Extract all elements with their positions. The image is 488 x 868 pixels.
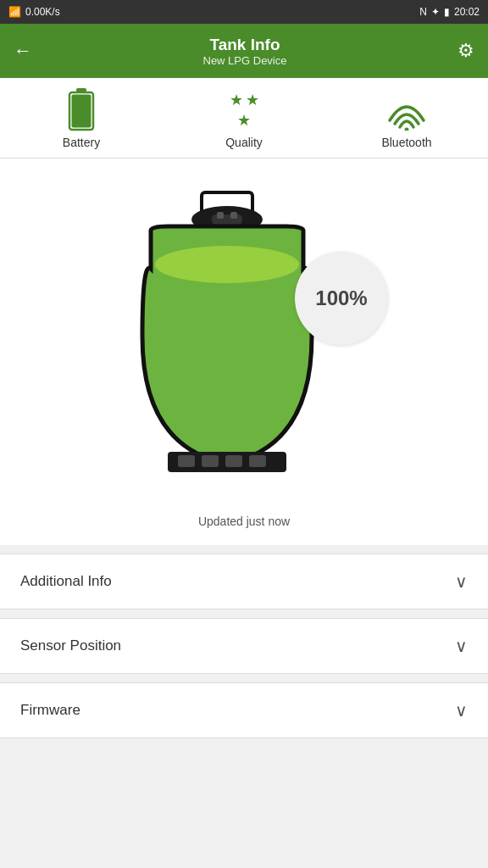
bluetooth-info: Bluetooth (356, 90, 458, 149)
star-2: ★ (246, 91, 259, 109)
additional-info-label: Additional Info (20, 573, 112, 590)
svg-rect-8 (230, 212, 237, 219)
star-1: ★ (230, 91, 243, 109)
battery-status-icon: ▮ (444, 6, 450, 18)
status-right: N ✦ ▮ 20:02 (419, 6, 480, 18)
info-row: Battery ★ ★ ★ Quality (0, 78, 488, 159)
accordion-firmware[interactable]: Firmware ∨ (0, 682, 488, 738)
svg-rect-12 (202, 455, 219, 467)
toolbar: ← Tank Info New LPG Device ⚙ (0, 24, 488, 78)
svg-rect-7 (217, 212, 224, 219)
tank-container: 100% (117, 184, 371, 506)
accordion-sensor-position[interactable]: Sensor Position ∨ (0, 618, 488, 674)
battery-label: Battery (63, 136, 100, 149)
percentage-bubble: 100% (295, 252, 388, 345)
battery-info: Battery (30, 90, 132, 149)
bluetooth-status-icon: ✦ (431, 6, 440, 18)
bluetooth-label: Bluetooth (381, 136, 431, 149)
page-title: Tank Info (203, 36, 287, 54)
chevron-down-icon-1: ∨ (455, 571, 468, 592)
svg-rect-2 (72, 95, 92, 128)
battery-icon-area (68, 90, 95, 131)
quality-icon-area: ★ ★ ★ (230, 90, 259, 131)
svg-rect-6 (212, 214, 242, 225)
battery-icon (68, 88, 95, 132)
svg-rect-11 (178, 455, 195, 467)
back-button[interactable]: ← (14, 40, 32, 62)
quality-stars: ★ ★ ★ (230, 91, 259, 130)
chevron-down-icon-2: ∨ (455, 636, 468, 656)
percentage-value: 100% (315, 287, 367, 310)
star-3: ★ (237, 111, 251, 130)
sensor-position-label: Sensor Position (20, 637, 121, 654)
quality-info: ★ ★ ★ Quality (193, 90, 295, 149)
bluetooth-signal-icon (385, 90, 429, 131)
accordion-additional-info[interactable]: Additional Info ∨ (0, 554, 488, 609)
tank-svg (117, 184, 337, 498)
status-left: 📶 0.00K/s (8, 6, 60, 18)
settings-button[interactable]: ⚙ (458, 40, 474, 62)
svg-rect-14 (249, 455, 266, 467)
sim-icon: 📶 (8, 6, 21, 18)
device-name: New LPG Device (203, 54, 287, 67)
status-bar: 📶 0.00K/s N ✦ ▮ 20:02 (0, 0, 488, 24)
network-speed: 0.00K/s (25, 6, 60, 18)
svg-rect-13 (225, 455, 242, 467)
nfc-icon: N (419, 6, 427, 18)
toolbar-title-block: Tank Info New LPG Device (203, 36, 287, 67)
chevron-down-icon-3: ∨ (455, 700, 468, 721)
firmware-label: Firmware (20, 702, 80, 719)
tank-area: 100% Updated just now (0, 159, 488, 545)
quality-label: Quality (225, 136, 263, 149)
bluetooth-icon-area (385, 90, 429, 131)
svg-point-9 (155, 246, 299, 283)
update-status: Updated just now (198, 515, 290, 528)
time: 20:02 (454, 6, 480, 18)
svg-point-3 (405, 128, 409, 131)
